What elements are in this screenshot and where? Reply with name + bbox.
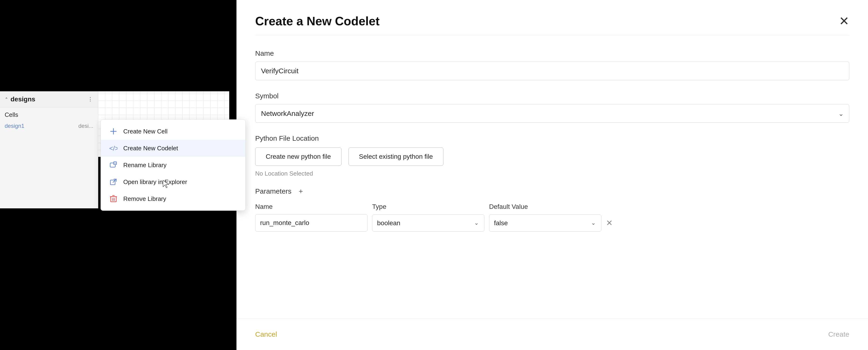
menu-item-label: Create New Codelet — [123, 145, 178, 152]
collapse-icon[interactable]: ⌃ — [5, 97, 8, 102]
plus-icon — [109, 127, 118, 136]
python-file-label: Python File Location — [255, 135, 849, 142]
sidebar-panel: ⌃ designs ⋮ Cells design1 desi... — [0, 91, 98, 208]
external-link-icon — [109, 178, 118, 186]
menu-item-rename-library[interactable]: Rename Library — [101, 156, 245, 173]
add-parameter-button[interactable]: + — [296, 186, 306, 196]
menu-item-create-codelet[interactable]: </> Create New Codelet — [101, 140, 245, 156]
param-row: boolean ⌄ false ⌄ ✕ — [255, 214, 849, 232]
create-codelet-dialog: Create a New Codelet ✕ Name Symbol Netwo… — [237, 0, 868, 350]
param-remove-button[interactable]: ✕ — [606, 218, 613, 228]
param-type-select-wrapper: boolean ⌄ — [372, 214, 485, 232]
svg-marker-14 — [163, 180, 168, 188]
menu-item-label: Remove Library — [123, 195, 166, 203]
param-column-headers: Name Type Default Value — [255, 203, 849, 210]
design-path: desi... — [79, 123, 93, 129]
menu-item-label: Open library in Explorer — [123, 178, 187, 186]
context-menu: Create New Cell </> Create New Codelet R… — [100, 119, 246, 211]
menu-item-create-cell[interactable]: Create New Cell — [101, 123, 245, 140]
close-button[interactable]: ✕ — [839, 15, 849, 27]
sidebar-header: ⌃ designs ⋮ — [0, 91, 98, 108]
param-type-select[interactable]: boolean — [372, 214, 485, 232]
svg-line-7 — [113, 179, 116, 182]
name-label: Name — [255, 50, 849, 57]
design-row: design1 desi... — [0, 120, 98, 132]
dialog-overlay: Create a New Codelet ✕ Name Symbol Netwo… — [237, 0, 868, 350]
mouse-cursor — [162, 180, 169, 188]
create-python-button[interactable]: Create new python file — [255, 147, 341, 166]
dialog-footer: Cancel Create — [237, 318, 868, 350]
parameters-header: Parameters + — [255, 186, 849, 196]
python-file-section: Python File Location Create new python f… — [255, 135, 849, 177]
parameters-section: Parameters + Name Type Default Value boo… — [255, 186, 849, 232]
param-default-select-wrapper: false ⌄ — [489, 214, 601, 232]
param-default-select[interactable]: false — [489, 214, 601, 232]
param-name-input[interactable] — [255, 214, 368, 232]
svg-text:</>: </> — [109, 145, 118, 152]
cancel-button[interactable]: Cancel — [255, 328, 277, 341]
dialog-header: Create a New Codelet ✕ — [255, 14, 849, 35]
menu-item-open-explorer[interactable]: Open library in Explorer — [101, 173, 245, 190]
design-name[interactable]: design1 — [5, 123, 24, 129]
trash-icon — [109, 195, 118, 203]
name-input[interactable] — [255, 62, 849, 80]
dialog-title: Create a New Codelet — [255, 14, 380, 28]
name-section: Name — [255, 50, 849, 80]
menu-item-remove-library[interactable]: Remove Library — [101, 190, 245, 207]
param-default-col-header: Default Value — [489, 203, 849, 210]
symbol-select[interactable]: NetworkAnalyzer — [255, 104, 849, 123]
no-location-text: No Location Selected — [255, 170, 849, 177]
symbol-label: Symbol — [255, 92, 849, 100]
menu-item-label: Rename Library — [123, 162, 166, 169]
more-options-icon[interactable]: ⋮ — [88, 96, 93, 102]
rename-icon — [109, 161, 118, 169]
parameters-label: Parameters — [255, 187, 291, 195]
code-icon: </> — [109, 144, 118, 152]
menu-item-label: Create New Cell — [123, 128, 167, 135]
select-python-button[interactable]: Select existing python file — [348, 147, 443, 166]
symbol-select-wrapper: NetworkAnalyzer ⌄ — [255, 104, 849, 123]
param-name-col-header: Name — [255, 203, 372, 210]
python-file-buttons: Create new python file Select existing p… — [255, 147, 849, 166]
sidebar-title: designs — [10, 95, 35, 103]
symbol-section: Symbol NetworkAnalyzer ⌄ — [255, 92, 849, 123]
param-type-col-header: Type — [372, 203, 489, 210]
cells-label: Cells — [0, 108, 98, 120]
create-button: Create — [828, 328, 849, 341]
sidebar-header-left: ⌃ designs — [5, 95, 35, 103]
